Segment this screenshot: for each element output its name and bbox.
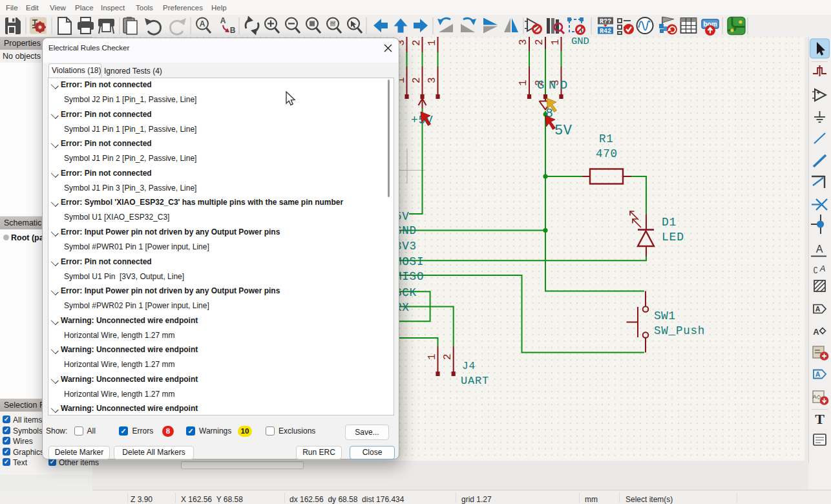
svg-text:SW1: SW1: [654, 310, 675, 322]
svg-text:5V: 5V: [554, 123, 573, 139]
svg-text:2: 2: [411, 77, 423, 83]
svg-text:A: A: [815, 370, 821, 378]
svg-text:ʗ: ʗ: [814, 264, 818, 273]
svg-text:D1: D1: [662, 216, 677, 229]
svg-text:R??: R??: [600, 18, 611, 25]
svg-text:1: 1: [518, 79, 529, 86]
svg-text:UART: UART: [461, 375, 489, 387]
svg-text:A: A: [220, 16, 226, 25]
svg-text:J4: J4: [462, 361, 476, 372]
svg-text:A: A: [816, 244, 823, 255]
svg-text:2: 2: [442, 353, 454, 360]
svg-text:T: T: [815, 411, 825, 427]
svg-text:1: 1: [426, 39, 438, 46]
svg-text:GND: GND: [537, 78, 572, 92]
svg-text:1: 1: [426, 353, 438, 360]
svg-text:A: A: [815, 305, 821, 313]
svg-text:2: 2: [411, 39, 423, 46]
svg-text:A◇: A◇: [813, 394, 821, 400]
svg-text:B: B: [230, 26, 236, 35]
svg-text:3: 3: [518, 39, 529, 45]
svg-text:A: A: [813, 327, 819, 337]
svg-text:A: A: [200, 19, 205, 28]
svg-text:R42: R42: [600, 28, 611, 35]
svg-text:GND: GND: [571, 37, 589, 47]
svg-text:1: 1: [550, 39, 562, 45]
svg-text:LED: LED: [662, 231, 684, 244]
svg-text:470: 470: [596, 147, 618, 160]
svg-text:A: A: [819, 264, 826, 273]
svg-text:R1: R1: [599, 132, 614, 145]
svg-text:SW_Push: SW_Push: [654, 324, 705, 337]
svg-text:2: 2: [534, 39, 545, 45]
svg-text:3: 3: [426, 77, 438, 83]
